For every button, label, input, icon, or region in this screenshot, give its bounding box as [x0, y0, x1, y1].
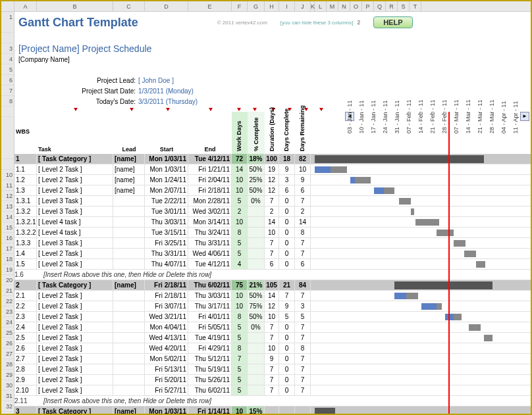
row-header[interactable]: 23 [1, 306, 14, 317]
cell-wbs[interactable]: 2.1 [14, 291, 37, 301]
cell-dr[interactable]: 14 [295, 217, 311, 227]
cell-start[interactable]: Fri 3/07/11 [145, 301, 188, 311]
col-header[interactable]: C [113, 1, 145, 11]
task-row[interactable]: 2.6[ Level 2 Task ]Wed 4/20/11Fri 4/29/1… [14, 343, 531, 354]
row-header[interactable]: 33 [1, 412, 14, 415]
cell-end[interactable]: Thu 5/12/11 [188, 354, 232, 364]
cell-wd[interactable]: 8 [232, 228, 248, 237]
cell-lead[interactable] [113, 301, 145, 311]
cell-lead[interactable] [113, 343, 145, 353]
task-row[interactable]: 1.3.2.1 [ Level 4 task ]Thu 3/03/11Mon 3… [14, 217, 531, 228]
cell-wd[interactable]: 14 [232, 164, 248, 174]
cell-wd[interactable]: 7 [232, 354, 248, 364]
cell-dr[interactable]: 7 [295, 249, 311, 258]
cell-dr[interactable] [295, 406, 311, 415]
cell-dur[interactable]: 12 [265, 185, 279, 195]
cell-dr[interactable]: 8 [295, 228, 311, 237]
col-header[interactable]: I [279, 1, 295, 11]
cell-lead[interactable]: [name] [113, 175, 145, 185]
cell-dc[interactable]: 0 [279, 259, 295, 269]
cell-task[interactable]: [ Level 2 Task ] [37, 322, 113, 332]
cell-wbs[interactable]: 1.3.2 [14, 207, 37, 216]
cell-task[interactable]: [ Level 2 Task ] [37, 291, 113, 301]
cell-task[interactable]: [ Level 2 Task ] [37, 249, 113, 258]
row-header[interactable]: 21 [1, 285, 14, 296]
cell-wd[interactable]: 5 [232, 322, 248, 332]
cell-dr[interactable]: 7 [295, 238, 311, 248]
col-header[interactable]: Q [374, 1, 386, 11]
cell-wd[interactable]: 8 [232, 343, 248, 353]
cell-start[interactable]: Wed 4/13/11 [145, 333, 188, 343]
cell-end[interactable]: Thu 3/03/11 [188, 291, 232, 301]
row-header[interactable]: 15 [1, 222, 14, 233]
cell-dr[interactable]: 7 [295, 291, 311, 301]
col-header[interactable]: O [350, 1, 362, 11]
cell-dr[interactable]: 8 [295, 343, 311, 353]
row-header[interactable]: 24 [1, 317, 14, 328]
cell-dur[interactable]: 7 [265, 375, 279, 385]
col-header[interactable]: T [410, 1, 421, 11]
cell-task[interactable]: [ Level 2 Task ] [37, 333, 113, 343]
cell-dur[interactable]: 14 [265, 217, 279, 227]
cell-dr[interactable]: 7 [295, 364, 311, 374]
cell-dc[interactable]: 0 [279, 333, 295, 343]
cell-pct[interactable] [248, 238, 265, 248]
task-row[interactable]: 1.3.1 [ Level 3 Task ]Tue 2/22/11Mon 2/2… [14, 196, 531, 207]
cell-end[interactable]: Mon 2/28/11 [188, 196, 232, 206]
row-header[interactable]: 3 [1, 43, 14, 54]
cell-wbs[interactable]: 3 [14, 406, 37, 415]
cell-wd[interactable]: 5 [232, 238, 248, 248]
cell-start[interactable]: Thu 3/31/11 [145, 249, 188, 258]
help-button[interactable]: HELP [373, 16, 412, 28]
cell-lead[interactable]: [name] [113, 154, 145, 164]
row-header[interactable]: 5 [1, 64, 14, 75]
row-header[interactable]: 26 [1, 338, 14, 349]
cell-lead[interactable] [113, 385, 145, 395]
cell-wd[interactable]: 10 [232, 175, 248, 185]
meta-value[interactable]: 1/3/2011 (Monday) [138, 87, 194, 95]
cell-dc[interactable]: 9 [279, 164, 295, 174]
cell-wbs[interactable]: 2.4 [14, 322, 37, 332]
cell-task[interactable]: [ Level 2 Task ] [37, 164, 113, 174]
cell-start[interactable]: Mon 1/03/11 [145, 406, 188, 415]
cell-start[interactable]: Fri 3/25/11 [145, 238, 188, 248]
col-header[interactable]: F [232, 1, 248, 11]
cell-wbs[interactable]: 2.6 [14, 343, 37, 353]
cell-dc[interactable]: 3 [279, 175, 295, 185]
cell-task[interactable]: [ Level 2 Task ] [37, 301, 113, 311]
col-header[interactable]: B [37, 1, 113, 11]
cell-pct[interactable] [248, 228, 265, 237]
cell-lead[interactable] [113, 291, 145, 301]
cell-dur[interactable]: 7 [265, 249, 279, 258]
cell-wbs[interactable]: 1.2 [14, 175, 37, 185]
cell-dr[interactable]: 7 [295, 196, 311, 206]
cell-start[interactable]: Tue 3/15/11 [145, 228, 188, 237]
cell-wbs[interactable]: 2.7 [14, 354, 37, 364]
cell-pct[interactable] [248, 217, 265, 227]
cell-wd[interactable]: 10 [232, 301, 248, 311]
cell-wd[interactable]: 10 [232, 291, 248, 301]
cell-lead[interactable] [113, 354, 145, 364]
cell-task[interactable]: [ Level 2 Task ] [37, 312, 113, 322]
cell-dr[interactable]: 10 [295, 164, 311, 174]
cell-dr[interactable]: 82 [295, 154, 311, 164]
cell-wd[interactable]: 5 [232, 249, 248, 258]
cell-dr[interactable]: 3 [295, 301, 311, 311]
cell-wbs[interactable]: 1.3.2.2 [14, 228, 37, 237]
cell-task[interactable]: [ Level 2 Task ] [37, 259, 113, 269]
task-row[interactable]: 1.5[ Level 2 Task ]Thu 4/07/11Tue 4/12/1… [14, 259, 531, 270]
cell-wbs[interactable]: 2.5 [14, 333, 37, 343]
cell-dur[interactable]: 7 [265, 364, 279, 374]
task-row[interactable]: 1.3[ Level 2 Task ][name]Mon 2/07/11Fri … [14, 185, 531, 196]
cell-task[interactable]: [ Task Category ] [37, 406, 113, 415]
cell-end[interactable]: Wed 4/06/11 [188, 249, 232, 258]
cell-dc[interactable]: 0 [279, 196, 295, 206]
cell-end[interactable]: Tue 4/12/11 [188, 154, 232, 164]
cell-wd[interactable]: 72 [232, 154, 248, 164]
cell-lead[interactable]: [name] [113, 406, 145, 415]
cell-lead[interactable] [113, 249, 145, 258]
category-row[interactable]: 1[ Task Category ][name]Mon 1/03/11Tue 4… [14, 154, 531, 164]
cell-end[interactable]: Fri 2/04/11 [188, 175, 232, 185]
row-header[interactable]: 25 [1, 328, 14, 338]
cell-lead[interactable] [113, 207, 145, 216]
